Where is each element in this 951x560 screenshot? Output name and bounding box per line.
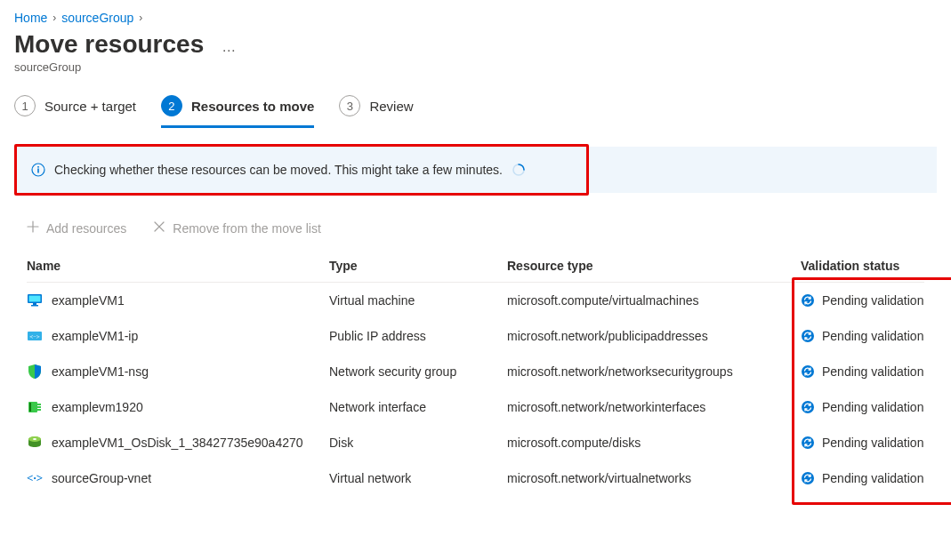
table-row[interactable]: exampleVM1Virtual machinemicrosoft.compu… <box>27 283 924 318</box>
x-icon <box>153 220 165 236</box>
breadcrumb: Home › sourceGroup › <box>14 7 937 30</box>
step-number: 2 <box>161 95 182 116</box>
svg-point-18 <box>802 401 814 413</box>
resource-type: microsoft.compute/disks <box>507 436 801 450</box>
table-row[interactable]: <··>exampleVM1-ipPublic IP addressmicros… <box>27 318 924 354</box>
ip-icon: <··> <box>27 328 43 344</box>
nsg-icon <box>27 364 43 380</box>
resource-type: microsoft.network/virtualnetworks <box>507 471 801 485</box>
resource-type-friendly: Network security group <box>329 364 507 379</box>
validation-status: Pending validation <box>822 329 923 343</box>
sync-icon <box>801 436 815 450</box>
col-resource-type[interactable]: Resource type <box>507 259 801 273</box>
vnet-icon: <·> <box>27 470 43 486</box>
svg-rect-2 <box>37 166 39 168</box>
resource-name: sourceGroup-vnet <box>52 471 151 485</box>
svg-point-22 <box>802 436 814 449</box>
validation-status: Pending validation <box>822 400 923 414</box>
remove-from-list-label: Remove from the move list <box>173 221 321 236</box>
validation-status: Pending validation <box>822 436 923 450</box>
page-title: Move resources <box>14 30 204 59</box>
step-resources-to-move[interactable]: 2 Resources to move <box>161 90 314 128</box>
vm-icon <box>27 292 43 308</box>
sync-icon <box>801 293 815 308</box>
more-actions-button[interactable]: … <box>222 35 238 54</box>
svg-point-21 <box>33 438 36 440</box>
info-icon <box>31 163 45 177</box>
table-row[interactable]: exampleVM1-nsgNetwork security groupmicr… <box>27 354 924 389</box>
sync-icon <box>801 471 815 485</box>
breadcrumb-sourcegroup[interactable]: sourceGroup <box>61 11 133 25</box>
step-number: 3 <box>339 95 360 116</box>
svg-point-8 <box>802 294 814 307</box>
sync-icon <box>801 329 815 343</box>
validation-status: Pending validation <box>822 364 923 379</box>
resource-type: microsoft.network/networksecuritygroups <box>507 364 801 379</box>
nic-icon <box>27 399 43 415</box>
svg-point-12 <box>802 365 814 378</box>
step-number: 1 <box>14 95 36 116</box>
table-row[interactable]: exampleVM1_OsDisk_1_38427735e90a4270Disk… <box>27 425 924 460</box>
svg-text:<·>: <·> <box>27 471 43 484</box>
resource-name: exampleVM1 <box>52 293 125 308</box>
resource-name: exampleVM1_OsDisk_1_38427735e90a4270 <box>52 436 303 450</box>
col-name[interactable]: Name <box>27 259 329 273</box>
resource-name: examplevm1920 <box>52 400 143 414</box>
svg-point-11 <box>802 330 814 342</box>
highlight-box-banner: Checking whether these resources can be … <box>14 144 589 196</box>
list-header: Name Type Resource type Validation statu… <box>27 250 924 283</box>
action-bar: Add resources Remove from the move list <box>27 215 937 250</box>
step-source-target[interactable]: 1 Source + target <box>14 90 136 128</box>
add-resources-button[interactable]: Add resources <box>27 220 126 236</box>
svg-rect-5 <box>29 296 41 302</box>
page-subtitle: sourceGroup <box>14 60 937 74</box>
resource-type-friendly: Public IP address <box>329 329 507 343</box>
resource-type: microsoft.network/networkinterfaces <box>507 400 801 414</box>
disk-icon <box>27 435 43 451</box>
add-resources-label: Add resources <box>46 221 126 236</box>
table-row[interactable]: examplevm1920Network interfacemicrosoft.… <box>27 389 924 425</box>
svg-rect-6 <box>33 303 36 305</box>
svg-rect-1 <box>37 169 39 173</box>
validation-status: Pending validation <box>822 293 923 308</box>
table-row[interactable]: <·>sourceGroup-vnetVirtual networkmicros… <box>27 460 924 496</box>
col-validation-status[interactable]: Validation status <box>801 259 951 273</box>
svg-rect-16 <box>37 406 41 408</box>
resources-list: Name Type Resource type Validation statu… <box>27 250 924 496</box>
chevron-right-icon: › <box>52 12 56 24</box>
svg-rect-15 <box>37 404 41 405</box>
validation-status: Pending validation <box>822 471 923 485</box>
resource-name: exampleVM1-ip <box>52 329 138 343</box>
resource-type-friendly: Network interface <box>329 400 507 414</box>
plus-icon <box>27 220 39 236</box>
svg-point-24 <box>802 472 814 484</box>
resource-type-friendly: Virtual network <box>329 471 507 485</box>
resource-name: exampleVM1-nsg <box>52 364 149 379</box>
svg-rect-17 <box>37 409 41 411</box>
spinner-icon <box>512 163 526 177</box>
remove-from-list-button[interactable]: Remove from the move list <box>153 220 321 236</box>
resource-type: microsoft.network/publicipaddresses <box>507 329 801 343</box>
resource-type-friendly: Virtual machine <box>329 293 507 308</box>
svg-rect-7 <box>31 305 38 307</box>
step-review[interactable]: 3 Review <box>339 90 413 128</box>
resource-type: microsoft.compute/virtualmachines <box>507 293 801 308</box>
info-banner: Checking whether these resources can be … <box>17 147 586 193</box>
step-label: Resources to move <box>191 99 314 114</box>
breadcrumb-home[interactable]: Home <box>14 11 47 25</box>
resource-type-friendly: Disk <box>329 436 507 450</box>
sync-icon <box>801 364 815 379</box>
step-label: Review <box>369 99 413 114</box>
chevron-right-icon: › <box>139 12 142 24</box>
sync-icon <box>801 400 815 414</box>
info-banner-text: Checking whether these resources can be … <box>54 163 503 177</box>
stepper: 1 Source + target 2 Resources to move 3 … <box>14 90 937 128</box>
svg-rect-14 <box>29 403 31 412</box>
step-label: Source + target <box>44 99 136 114</box>
col-type[interactable]: Type <box>329 259 507 273</box>
svg-text:<··>: <··> <box>29 333 39 340</box>
